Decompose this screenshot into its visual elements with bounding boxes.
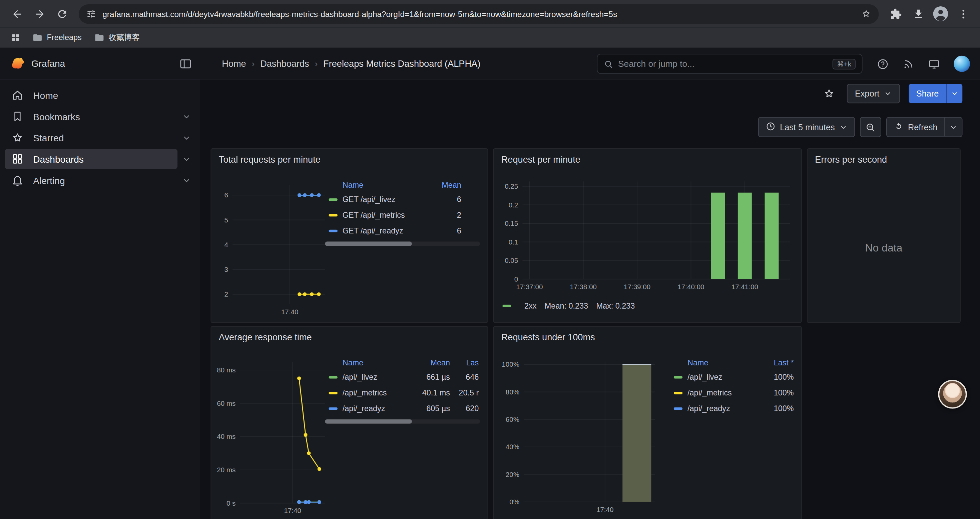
bookmark-icon: [11, 110, 24, 123]
search-placeholder: Search or jump to...: [618, 59, 827, 69]
breadcrumb-item[interactable]: Dashboards: [260, 59, 309, 69]
sidebar-item-alerting[interactable]: Alerting: [5, 170, 177, 190]
header-icons: [877, 48, 970, 80]
bookmark-label: Freeleaps: [47, 33, 82, 42]
chevron-down-icon[interactable]: [177, 107, 195, 125]
legend-row[interactable]: /api/_metrics100%: [674, 385, 794, 401]
series-value: 20.5 r: [450, 388, 479, 397]
average-response-time-chart[interactable]: 80 ms60 ms40 ms20 ms0 s17:40: [216, 358, 329, 519]
bookmark-star-icon[interactable]: [861, 9, 871, 19]
legend-sort-name[interactable]: Name: [342, 181, 426, 189]
bookmark-item[interactable]: Freeleaps: [27, 30, 86, 45]
favorite-star-icon[interactable]: [821, 85, 838, 102]
panel-title[interactable]: Request per minute: [494, 149, 801, 170]
series-marker: [674, 391, 682, 394]
legend-sort-name[interactable]: Name: [687, 359, 761, 367]
svg-text:0%: 0%: [509, 498, 519, 506]
breadcrumb-item[interactable]: Home: [222, 59, 246, 69]
series-marker: [329, 407, 337, 409]
sidebar-item-home[interactable]: Home: [5, 85, 177, 105]
legend-sort-name[interactable]: Name: [342, 359, 414, 367]
scrollbar-thumb[interactable]: [325, 241, 412, 246]
legend-sort-col[interactable]: Mean: [414, 359, 450, 367]
panel-title[interactable]: Requests under 100ms: [494, 327, 801, 348]
svg-text:5: 5: [224, 216, 228, 224]
panel-title[interactable]: Errors per second: [808, 149, 960, 170]
legend-row[interactable]: GET /api/_metrics2: [329, 207, 461, 223]
sidebar-item-dashboards[interactable]: Dashboards: [5, 149, 177, 169]
legend-sort-col[interactable]: Mean: [426, 181, 461, 189]
extensions-icon[interactable]: [885, 3, 906, 24]
legend-scrollbar[interactable]: [325, 241, 480, 246]
request-per-minute-chart[interactable]: 0.250.20.150.10.05017:37:0017:38:0017:39…: [499, 179, 797, 295]
bell-icon: [11, 174, 24, 186]
refresh-interval-caret[interactable]: [944, 118, 962, 136]
series-marker: [674, 407, 682, 409]
help-icon[interactable]: [877, 58, 889, 70]
svg-text:20%: 20%: [506, 471, 519, 478]
requests-under-100ms-chart[interactable]: 100%80%60%40%20%0%17:40: [499, 357, 662, 519]
series-name: /api/_readyz: [687, 404, 761, 412]
series-mean: Mean: 0.233: [545, 302, 588, 310]
news-rss-icon[interactable]: [903, 58, 915, 70]
export-button[interactable]: Export: [847, 84, 900, 103]
legend-row[interactable]: GET /api/_livez6: [329, 192, 461, 207]
panel-title[interactable]: Total requests per minute: [211, 149, 487, 170]
apps-grid-icon[interactable]: [7, 29, 24, 46]
total-requests-chart[interactable]: 6543217:40: [216, 180, 329, 324]
series-name[interactable]: 2xx: [524, 302, 536, 310]
time-range-button[interactable]: Last 5 minutes: [759, 118, 854, 136]
refresh-button[interactable]: Refresh: [886, 118, 944, 136]
legend-header: NameMean: [329, 179, 461, 192]
svg-text:0.25: 0.25: [505, 182, 518, 190]
sidebar-item-starred[interactable]: Starred: [5, 128, 177, 148]
legend-sort-col[interactable]: Las: [450, 359, 479, 367]
legend-row[interactable]: /api/_metrics40.1 ms20.5 r: [329, 385, 479, 401]
browser-menu-icon[interactable]: [953, 3, 974, 24]
mega-menu-dock-icon[interactable]: [179, 57, 192, 71]
floating-assistant-avatar[interactable]: [938, 380, 967, 409]
legend-row[interactable]: GET /api/_readyz6: [329, 223, 461, 238]
site-settings-icon[interactable]: [86, 9, 96, 19]
star-icon: [11, 131, 24, 144]
address-bar[interactable]: grafana.mathmast.com/d/deytv4rwavabkb/fr…: [79, 4, 878, 23]
legend-header: NameLast *: [674, 357, 794, 369]
browser-toolbar: grafana.mathmast.com/d/deytv4rwavabkb/fr…: [0, 0, 980, 27]
legend-row[interactable]: /api/_readyz605 µs620: [329, 401, 479, 416]
chevron-down-icon[interactable]: [177, 129, 195, 146]
reload-button[interactable]: [51, 3, 73, 24]
search-input[interactable]: Search or jump to... ⌘+k: [597, 54, 862, 74]
forward-button[interactable]: [29, 3, 50, 24]
downloads-icon[interactable]: [908, 3, 929, 24]
series-value: 6: [426, 226, 461, 235]
grafana-logo-icon[interactable]: [11, 56, 26, 72]
share-button[interactable]: Share: [908, 84, 946, 103]
kiosk-monitor-icon[interactable]: [928, 58, 940, 70]
zoom-out-time-button[interactable]: [860, 117, 881, 137]
user-avatar[interactable]: [954, 56, 970, 72]
series-name: GET /api/_metrics: [342, 211, 426, 219]
legend-sort-col[interactable]: Last *: [761, 359, 794, 367]
sidebar-item-label: Alerting: [33, 175, 65, 186]
svg-text:17:37:00: 17:37:00: [516, 283, 543, 291]
legend-row[interactable]: /api/_livez661 µs646: [329, 369, 479, 385]
scrollbar-thumb[interactable]: [325, 419, 412, 423]
url-text[interactable]: grafana.mathmast.com/d/deytv4rwavabkb/fr…: [102, 9, 855, 18]
legend-row[interactable]: /api/_livez100%: [674, 369, 794, 385]
chevron-down-icon[interactable]: [177, 171, 195, 189]
sidebar-item-bookmarks[interactable]: Bookmarks: [5, 107, 177, 126]
panel-title[interactable]: Average response time: [211, 327, 487, 348]
breadcrumb-separator: ›: [315, 59, 318, 69]
series-max: Max: 0.233: [596, 302, 635, 310]
series-value: 6: [426, 195, 461, 204]
share-menu-caret[interactable]: [946, 84, 963, 103]
back-button[interactable]: [6, 3, 28, 24]
legend-row[interactable]: /api/_readyz100%: [674, 401, 794, 416]
svg-text:3: 3: [224, 265, 228, 273]
chevron-down-icon[interactable]: [177, 150, 195, 168]
svg-text:40%: 40%: [506, 443, 519, 450]
svg-text:0.15: 0.15: [505, 219, 518, 227]
profile-avatar[interactable]: [930, 3, 951, 24]
legend-scrollbar[interactable]: [325, 419, 480, 423]
bookmark-item[interactable]: 收藏博客: [89, 30, 145, 45]
